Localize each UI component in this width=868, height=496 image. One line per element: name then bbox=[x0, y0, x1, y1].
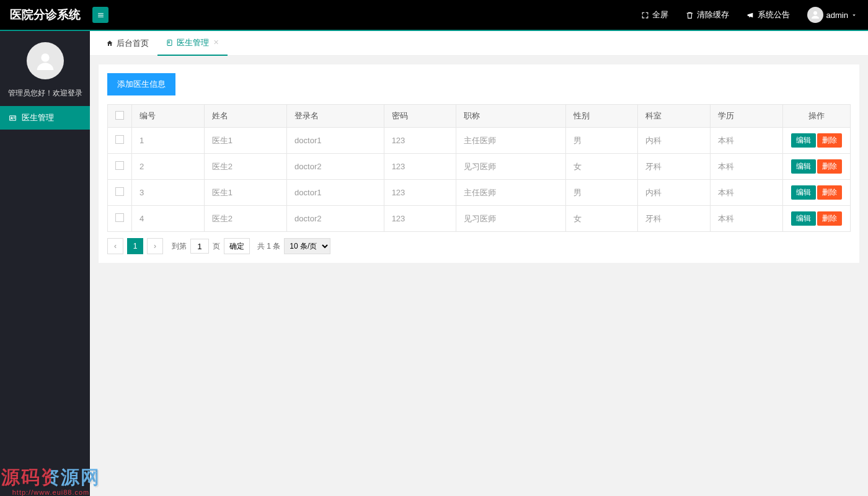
idcard-icon bbox=[9, 114, 17, 122]
cell-id: 4 bbox=[132, 206, 205, 232]
pagination: ‹ 1 › 到第 页 确定 共 1 条 10 条/页 bbox=[107, 232, 851, 254]
delete-button[interactable]: 删除 bbox=[817, 159, 842, 174]
fullscreen-icon bbox=[641, 11, 649, 19]
cell-pwd: 123 bbox=[384, 128, 456, 154]
cell-edu: 本科 bbox=[711, 180, 783, 206]
table-row: 2医生2doctor2123见习医师女牙科本科编辑删除 bbox=[108, 154, 851, 180]
add-doctor-button[interactable]: 添加医生信息 bbox=[107, 73, 175, 95]
edit-button[interactable]: 编辑 bbox=[791, 159, 816, 174]
file-icon bbox=[166, 39, 174, 46]
per-page-select[interactable]: 10 条/页 bbox=[284, 238, 330, 254]
watermark: 源码资源网 http://www.eui88.com bbox=[1, 465, 100, 496]
delete-button[interactable]: 删除 bbox=[817, 133, 842, 148]
sidebar-item-label: 医生管理 bbox=[22, 112, 54, 123]
page-suffix: 页 bbox=[213, 241, 220, 252]
tab-home[interactable]: 后台首页 bbox=[97, 31, 157, 56]
app-title: 医院分诊系统 bbox=[0, 7, 90, 23]
cell-login: doctor1 bbox=[287, 180, 384, 206]
sidebar-toggle[interactable] bbox=[92, 7, 108, 23]
edit-button[interactable]: 编辑 bbox=[791, 211, 816, 226]
table-header-row: 编号 姓名 登录名 密码 职称 性别 科室 学历 操作 bbox=[108, 105, 851, 128]
row-checkbox[interactable] bbox=[115, 187, 124, 196]
col-title: 职称 bbox=[456, 105, 565, 128]
cell-title: 见习医师 bbox=[456, 206, 565, 232]
cell-edu: 本科 bbox=[711, 154, 783, 180]
cell-name: 医生2 bbox=[204, 206, 286, 232]
user-name: admin bbox=[826, 11, 848, 20]
cell-name: 医生1 bbox=[204, 128, 286, 154]
announce-button[interactable]: 系统公告 bbox=[746, 9, 790, 20]
tab-doctor[interactable]: 医生管理 ✕ bbox=[157, 31, 228, 56]
tab-label: 医生管理 bbox=[177, 37, 209, 48]
clear-cache-button[interactable]: 清除缓存 bbox=[686, 9, 729, 20]
cell-pwd: 123 bbox=[384, 206, 456, 232]
goto-page-input[interactable] bbox=[190, 239, 209, 254]
watermark-title: 源码资源网 bbox=[1, 465, 100, 490]
row-checkbox[interactable] bbox=[115, 161, 124, 170]
delete-button[interactable]: 删除 bbox=[817, 185, 842, 200]
delete-button[interactable]: 删除 bbox=[817, 211, 842, 226]
cell-dept: 内科 bbox=[638, 180, 711, 206]
sidebar-item-doctor[interactable]: 医生管理 bbox=[0, 106, 90, 130]
cell-name: 医生2 bbox=[204, 154, 286, 180]
col-gender: 性别 bbox=[565, 105, 638, 128]
row-checkbox[interactable] bbox=[115, 213, 124, 222]
cell-login: doctor2 bbox=[287, 154, 384, 180]
cell-edu: 本科 bbox=[711, 128, 783, 154]
prev-page-button[interactable]: ‹ bbox=[107, 238, 123, 254]
next-page-button[interactable]: › bbox=[147, 238, 163, 254]
cell-gender: 女 bbox=[565, 206, 638, 232]
goto-confirm-button[interactable]: 确定 bbox=[224, 238, 250, 254]
edit-button[interactable]: 编辑 bbox=[791, 185, 816, 200]
edit-button[interactable]: 编辑 bbox=[791, 133, 816, 148]
svg-point-8 bbox=[169, 41, 170, 42]
doctor-table: 编号 姓名 登录名 密码 职称 性别 科室 学历 操作 1医生1doctor11… bbox=[107, 104, 851, 232]
cell-dept: 内科 bbox=[638, 128, 711, 154]
cell-login: doctor2 bbox=[287, 206, 384, 232]
close-icon[interactable]: ✕ bbox=[213, 38, 219, 46]
fullscreen-label: 全屏 bbox=[652, 9, 668, 20]
col-op: 操作 bbox=[783, 105, 851, 128]
cell-gender: 男 bbox=[565, 180, 638, 206]
cell-login: doctor1 bbox=[287, 128, 384, 154]
page-button-1[interactable]: 1 bbox=[127, 238, 143, 254]
col-edu: 学历 bbox=[711, 105, 783, 128]
header: 医院分诊系统 全屏 清除缓存 系统公告 admin bbox=[0, 0, 868, 31]
card: 添加医生信息 编号 姓名 登录名 密码 职称 性别 科室 学历 操作 bbox=[99, 64, 859, 263]
goto-label: 到第 bbox=[172, 241, 187, 252]
tabs: 后台首页 医生管理 ✕ bbox=[90, 31, 868, 56]
cell-name: 医生1 bbox=[204, 180, 286, 206]
sidebar-user: 管理员您好！欢迎登录 bbox=[0, 31, 90, 106]
trash-icon bbox=[686, 11, 694, 19]
svg-point-6 bbox=[11, 117, 12, 118]
row-checkbox[interactable] bbox=[115, 135, 124, 144]
cell-pwd: 123 bbox=[384, 180, 456, 206]
col-id: 编号 bbox=[132, 105, 205, 128]
col-pwd: 密码 bbox=[384, 105, 456, 128]
cell-gender: 女 bbox=[565, 154, 638, 180]
svg-point-4 bbox=[41, 53, 49, 61]
header-right: 全屏 清除缓存 系统公告 admin bbox=[641, 7, 868, 23]
sidebar-welcome: 管理员您好！欢迎登录 bbox=[0, 88, 90, 99]
cell-pwd: 123 bbox=[384, 154, 456, 180]
clear-cache-label: 清除缓存 bbox=[697, 9, 729, 20]
cell-title: 主任医师 bbox=[456, 128, 565, 154]
user-menu[interactable]: admin bbox=[807, 7, 857, 23]
cell-id: 3 bbox=[132, 180, 205, 206]
fullscreen-button[interactable]: 全屏 bbox=[641, 9, 668, 20]
announce-label: 系统公告 bbox=[758, 9, 790, 20]
cell-dept: 牙科 bbox=[638, 154, 711, 180]
tab-label: 后台首页 bbox=[117, 38, 149, 49]
chevron-down-icon bbox=[851, 12, 857, 18]
cell-title: 主任医师 bbox=[456, 180, 565, 206]
total-count: 共 1 条 bbox=[257, 241, 280, 252]
col-login: 登录名 bbox=[287, 105, 384, 128]
sidebar: 管理员您好！欢迎登录 医生管理 bbox=[0, 31, 90, 496]
home-icon bbox=[106, 40, 113, 47]
col-name: 姓名 bbox=[204, 105, 286, 128]
select-all-checkbox[interactable] bbox=[115, 111, 124, 120]
cell-dept: 牙科 bbox=[638, 206, 711, 232]
table-row: 3医生1doctor1123主任医师男内科本科编辑删除 bbox=[108, 180, 851, 206]
col-dept: 科室 bbox=[638, 105, 711, 128]
avatar-icon bbox=[807, 7, 823, 23]
